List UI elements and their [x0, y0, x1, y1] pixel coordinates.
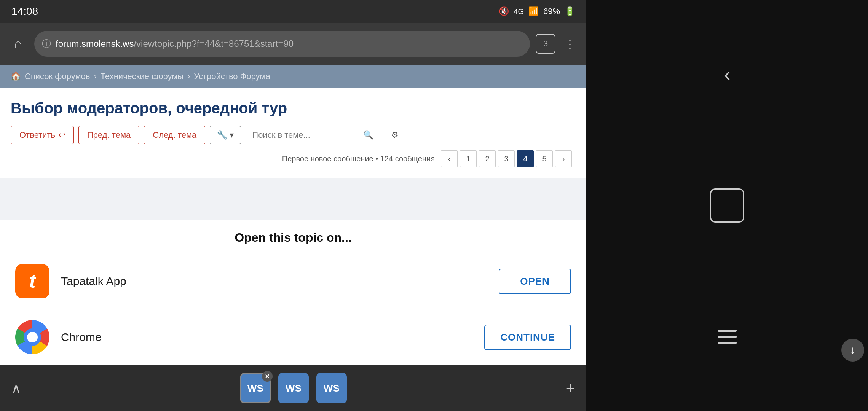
- topic-title: Выбор модераторов, очередной тур: [11, 100, 576, 117]
- home-button[interactable]: ⌂: [8, 33, 29, 54]
- toolbar: Ответить ↩ Пред. тема След. тема 🔧 ▾ 🔍 ⚙: [11, 126, 576, 144]
- search-input[interactable]: [246, 126, 352, 144]
- prev-topic-button[interactable]: Пред. тема: [78, 126, 139, 144]
- android-home-button[interactable]: [710, 188, 744, 223]
- breadcrumb-item-1[interactable]: Список форумов: [25, 72, 90, 81]
- nav-up-arrow[interactable]: ∧: [11, 381, 21, 396]
- tapatalk-icon-wrap: t: [15, 264, 49, 298]
- tab-close-button[interactable]: ✕: [262, 371, 273, 382]
- status-icons: 🔇 4G 📶 69% 🔋: [499, 6, 575, 16]
- breadcrumb-sep-2: ›: [187, 72, 190, 81]
- reply-icon: ↩: [58, 130, 65, 140]
- battery-icon: 🔋: [565, 6, 575, 16]
- tab-thumb-active[interactable]: WS ✕: [240, 373, 271, 403]
- breadcrumb: 🏠 Список форумов › Технические форумы › …: [0, 65, 586, 88]
- forum-body: Выбор модераторов, очередной тур Ответит…: [0, 88, 586, 178]
- android-nav: ‹: [586, 0, 868, 411]
- add-tab-button[interactable]: +: [566, 380, 575, 397]
- breadcrumb-home-icon: 🏠: [11, 72, 21, 81]
- browser-menu-button[interactable]: ⋮: [561, 34, 579, 54]
- prev-topic-label: Пред. тема: [87, 130, 131, 140]
- page-next-button[interactable]: ›: [555, 150, 572, 167]
- chrome-app-name: Chrome: [61, 331, 473, 344]
- tab-label-active: WS: [247, 382, 263, 394]
- url-path: /viewtopic.php?f=44&t=86751&start=90: [134, 38, 294, 49]
- tapatalk-row: t Tapatalk App OPEN: [0, 253, 586, 309]
- page-info: Первое новое сообщение • 124 сообщения: [282, 155, 435, 163]
- url-domain: forum.smolensk.ws: [56, 38, 134, 49]
- next-topic-label: След. тема: [153, 130, 196, 140]
- continue-button[interactable]: CONTINUE: [484, 325, 571, 350]
- page-3-button[interactable]: 3: [498, 150, 515, 167]
- chrome-icon: [15, 320, 49, 354]
- settings-button[interactable]: ⚙: [385, 126, 405, 144]
- gear-icon: ⚙: [391, 130, 399, 140]
- pagination-bar: Первое новое сообщение • 124 сообщения ‹…: [11, 150, 576, 167]
- search-icon: 🔍: [363, 130, 373, 140]
- info-icon: ⓘ: [42, 38, 51, 50]
- wrench-icon: 🔧: [217, 130, 227, 140]
- battery-level: 69%: [543, 6, 560, 16]
- page-4-button[interactable]: 4: [517, 150, 534, 167]
- bottom-sheet: Open this topic on... t Tapatalk App OPE…: [0, 220, 586, 365]
- back-button[interactable]: ‹: [708, 55, 746, 93]
- tab-thumb-3[interactable]: WS: [316, 373, 347, 403]
- tools-dropdown-icon: ▾: [230, 130, 234, 140]
- tools-button[interactable]: 🔧 ▾: [210, 126, 241, 144]
- tab-label-2: WS: [286, 382, 302, 394]
- tab-thumbnails: WS ✕ WS WS: [240, 373, 347, 403]
- next-topic-button[interactable]: След. тема: [144, 126, 205, 144]
- browser-chrome: ⌂ ⓘ forum.smolensk.ws/viewtopic.php?f=44…: [0, 23, 586, 65]
- bottom-sheet-header: Open this topic on...: [0, 220, 586, 253]
- tab-thumb-2[interactable]: WS: [278, 373, 309, 403]
- chrome-row: Chrome CONTINUE: [0, 309, 586, 365]
- tab-count[interactable]: 3: [536, 34, 555, 54]
- page-prev-button[interactable]: ‹: [441, 150, 458, 167]
- scroll-down-arrow[interactable]: ↓: [841, 339, 864, 362]
- recents-button[interactable]: [708, 318, 746, 356]
- tapatalk-icon: t: [15, 264, 49, 298]
- open-button[interactable]: OPEN: [499, 269, 571, 294]
- home-icon: ⌂: [14, 36, 22, 52]
- bottom-sheet-title: Open this topic on...: [235, 231, 352, 244]
- reply-label: Ответить: [19, 130, 55, 140]
- page-1-button[interactable]: 1: [460, 150, 477, 167]
- mute-icon: 🔇: [499, 6, 509, 16]
- breadcrumb-sep-1: ›: [94, 72, 96, 81]
- bottom-bar: ∧ WS ✕ WS WS +: [0, 365, 586, 411]
- network-bars-icon: 📶: [528, 6, 539, 16]
- status-bar: 14:08 🔇 4G 📶 69% 🔋: [0, 0, 586, 23]
- reply-button[interactable]: Ответить ↩: [11, 126, 74, 144]
- url-bar[interactable]: ⓘ forum.smolensk.ws/viewtopic.php?f=44&t…: [34, 31, 530, 57]
- signal-icon: 4G: [514, 7, 524, 16]
- tab-label-3: WS: [324, 382, 340, 394]
- page-5-button[interactable]: 5: [536, 150, 553, 167]
- chrome-icon-wrap: [15, 320, 49, 354]
- search-button[interactable]: 🔍: [357, 126, 380, 144]
- breadcrumb-item-2[interactable]: Технические форумы: [101, 72, 183, 81]
- page-2-button[interactable]: 2: [479, 150, 496, 167]
- status-time: 14:08: [11, 5, 38, 18]
- tapatalk-app-name: Tapatalk App: [61, 275, 487, 288]
- url-text: forum.smolensk.ws/viewtopic.php?f=44&t=8…: [56, 38, 522, 49]
- breadcrumb-item-3[interactable]: Устройство Форума: [194, 72, 270, 81]
